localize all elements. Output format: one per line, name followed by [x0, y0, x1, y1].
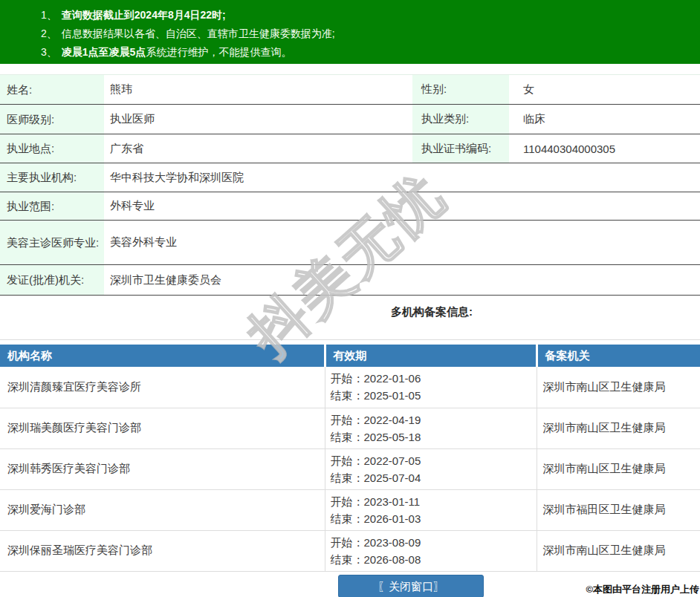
notice-text: 信息数据结果以各省、自治区、直辖市卫生健康委数据为准; — [62, 27, 335, 39]
field-label-issuing-authority: 发证(批准)机关: — [0, 265, 104, 296]
start-date: 2023-08-09 — [364, 536, 421, 549]
notice-text-bold: 凌晨1点至凌晨5点 — [62, 46, 146, 58]
field-value-practice-scope: 外科专业 — [104, 192, 700, 221]
institution-name: 深圳爱海门诊部 — [0, 489, 325, 530]
section-divider — [0, 339, 700, 340]
start-label: 开始： — [331, 414, 364, 426]
column-header-institution-name: 机构名称 — [0, 345, 325, 367]
table-row: 执业地点: 广东省 执业证书编码: 110440304000305 — [0, 134, 700, 163]
filing-authority: 深圳市南山区卫生健康局 — [537, 408, 700, 448]
field-label-name: 姓名: — [0, 75, 104, 105]
column-header-validity-period: 有效期 — [325, 345, 537, 367]
validity-period: 开始：2022-01-06 结束：2025-01-05 — [325, 367, 537, 408]
filing-authority: 深圳市南山区卫生健康局 — [537, 530, 700, 571]
table-row: 深圳保丽圣瑞医疗美容门诊部 开始：2023-08-09 结束：2026-08-0… — [0, 530, 700, 571]
start-date: 2022-04-19 — [364, 414, 421, 426]
field-value-practice-category: 临床 — [509, 105, 700, 134]
end-date: 2026-08-08 — [364, 553, 421, 566]
table-row: 深圳清颜臻宜医疗美容诊所 开始：2022-01-06 结束：2025-01-05… — [0, 367, 700, 408]
notice-text-bold: 查询数据截止到2024年8月4日22时; — [62, 9, 226, 21]
notice-text: 系统进行维护，不能提供查询。 — [146, 46, 291, 58]
notice-line-1: 1、查询数据截止到2024年8月4日22时; — [41, 7, 693, 23]
footer-upload-watermark: ©本图由平台注册用户上传 — [586, 583, 699, 596]
validity-period: 开始：2023-01-11 结束：2026-01-03 — [325, 489, 537, 530]
start-label: 开始： — [331, 454, 364, 467]
filing-authority: 深圳市福田区卫生健康局 — [537, 489, 700, 530]
end-date: 2026-01-03 — [364, 512, 421, 525]
start-date: 2023-01-11 — [364, 495, 421, 508]
field-value-gender: 女 — [509, 75, 700, 105]
table-row: 主要执业机构: 华中科技大学协和深圳医院 — [0, 163, 700, 192]
table-row: 深圳韩秀医疗美容门诊部 开始：2022-07-05 结束：2025-07-04 … — [0, 448, 700, 489]
field-value-main-institution: 华中科技大学协和深圳医院 — [104, 163, 700, 192]
notice-line-3: 3、凌晨1点至凌晨5点系统进行维护，不能提供查询。 — [41, 44, 693, 60]
field-value-cosmetic-specialty: 美容外科专业 — [104, 221, 700, 265]
field-label-license-number: 执业证书编码: — [412, 134, 509, 163]
close-window-button[interactable]: 〖关闭窗口〗 — [338, 575, 484, 597]
field-value-issuing-authority: 深圳市卫生健康委员会 — [104, 265, 700, 296]
end-date: 2025-01-05 — [364, 389, 421, 402]
notice-line-2: 2、信息数据结果以各省、自治区、直辖市卫生健康委数据为准; — [41, 25, 693, 42]
filing-authority: 深圳市南山区卫生健康局 — [537, 448, 700, 489]
start-label: 开始： — [331, 536, 364, 549]
end-label: 结束： — [331, 553, 364, 566]
section-title-multi-institution: 多机构备案信息: — [0, 305, 700, 319]
field-label-practice-location: 执业地点: — [0, 134, 104, 163]
institution-name: 深圳保丽圣瑞医疗美容门诊部 — [0, 530, 325, 571]
field-label-practice-category: 执业类别: — [412, 105, 509, 134]
notice-number: 2、 — [41, 27, 57, 39]
table-row: 执业范围: 外科专业 — [0, 192, 700, 221]
filing-authority: 深圳市南山区卫生健康局 — [537, 367, 700, 408]
notice-number: 3、 — [41, 46, 57, 58]
institution-name: 深圳清颜臻宜医疗美容诊所 — [0, 367, 325, 408]
end-date: 2025-07-04 — [364, 472, 421, 484]
notice-number: 1、 — [41, 9, 57, 21]
table-row: 发证(批准)机关: 深圳市卫生健康委员会 — [0, 265, 700, 296]
validity-period: 开始：2023-08-09 结束：2026-08-08 — [325, 530, 537, 571]
end-label: 结束： — [331, 512, 364, 525]
validity-period: 开始：2022-07-05 结束：2025-07-04 — [325, 448, 537, 489]
end-label: 结束： — [331, 472, 364, 484]
doctor-detail-table: 姓名: 熊玮 性别: 女 医师级别: 执业医师 执业类别: 临床 执业地点: 广… — [0, 74, 700, 296]
field-label-cosmetic-specialty: 美容主诊医师专业: — [0, 221, 104, 265]
table-row: 深圳瑞美颜医疗美容门诊部 开始：2022-04-19 结束：2025-05-18… — [0, 408, 700, 448]
column-header-filing-authority: 备案机关 — [537, 345, 700, 367]
end-date: 2025-05-18 — [364, 431, 421, 443]
field-label-doctor-level: 医师级别: — [0, 105, 104, 134]
start-label: 开始： — [331, 372, 364, 385]
field-label-gender: 性别: — [412, 75, 509, 105]
field-label-practice-scope: 执业范围: — [0, 192, 104, 221]
start-label: 开始： — [331, 495, 364, 508]
table-row: 美容主诊医师专业: 美容外科专业 — [0, 221, 700, 265]
validity-period: 开始：2022-04-19 结束：2025-05-18 — [325, 408, 537, 448]
start-date: 2022-01-06 — [364, 372, 421, 385]
field-label-main-institution: 主要执业机构: — [0, 163, 104, 192]
field-value-doctor-level: 执业医师 — [104, 105, 412, 134]
field-value-name: 熊玮 — [104, 75, 412, 105]
table-row: 姓名: 熊玮 性别: 女 — [0, 75, 700, 105]
institution-name: 深圳韩秀医疗美容门诊部 — [0, 448, 325, 489]
notice-banner: 1、查询数据截止到2024年8月4日22时; 2、信息数据结果以各省、自治区、直… — [0, 0, 700, 64]
end-label: 结束： — [331, 389, 364, 402]
table-row: 医师级别: 执业医师 执业类别: 临床 — [0, 105, 700, 134]
field-value-license-number: 110440304000305 — [509, 134, 700, 163]
field-value-practice-location: 广东省 — [104, 134, 412, 163]
table-row: 深圳爱海门诊部 开始：2023-01-11 结束：2026-01-03 深圳市福… — [0, 489, 700, 530]
institution-filing-table: 机构名称 有效期 备案机关 深圳清颜臻宜医疗美容诊所 开始：2022-01-06… — [0, 345, 700, 572]
end-label: 结束： — [331, 431, 364, 443]
start-date: 2022-07-05 — [364, 454, 421, 467]
institution-name: 深圳瑞美颜医疗美容门诊部 — [0, 408, 325, 448]
table-header-row: 机构名称 有效期 备案机关 — [0, 345, 700, 367]
